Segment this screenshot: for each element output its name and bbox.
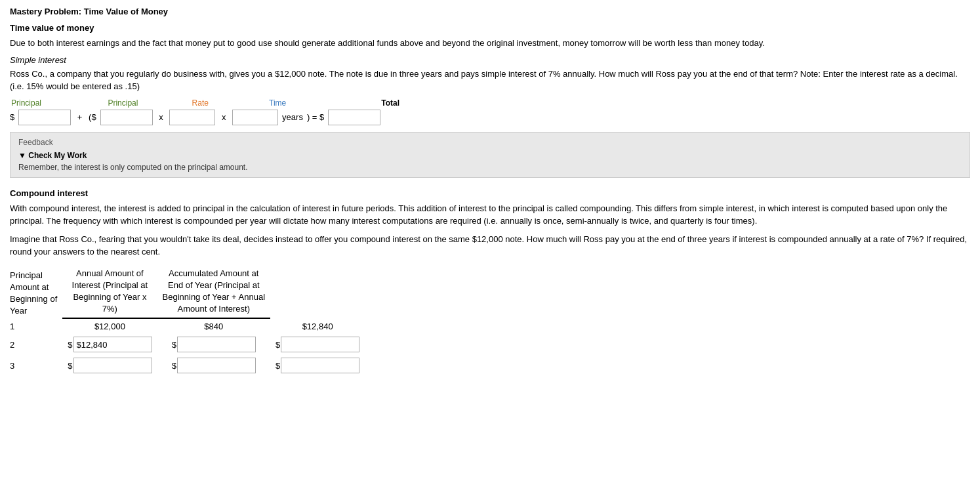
table-row: 3 $ $ $ — [10, 355, 365, 376]
feedback-hint: Remember, the interest is only computed … — [18, 163, 962, 172]
principal-label: Principal — [11, 98, 64, 108]
plus-op — [70, 98, 79, 108]
formula-input-row: $ + ($ x x years ) = $ — [10, 110, 970, 125]
principal-cell-2: $ — [62, 334, 157, 355]
principal-input[interactable] — [18, 110, 71, 125]
accumulated-input-3[interactable] — [281, 358, 359, 373]
year-cell-2: 2 — [10, 334, 62, 355]
rate-input[interactable] — [169, 110, 215, 125]
simple-interest-problem: Ross Co., a company that you regularly d… — [10, 68, 970, 93]
dollar-prefix-2c: $ — [276, 340, 280, 350]
compound-description1: With compound interest, the interest is … — [10, 202, 970, 228]
interest-input-2[interactable] — [177, 337, 256, 352]
dollar-prefix-2b: $ — [172, 340, 176, 350]
dollar-prefix-2a: $ — [68, 340, 72, 350]
close-paren: ) = $ — [307, 112, 324, 122]
rate-label: Rate — [177, 98, 223, 108]
page-title: Mastery Problem: Time Value of Money — [10, 7, 970, 16]
principal-cell-1: $12,000 — [62, 318, 157, 334]
section-title: Time value of money — [10, 23, 970, 33]
table-row: 2 $ $ $ — [10, 334, 365, 355]
section-time-value: Time value of money Due to both interest… — [10, 23, 970, 50]
dollar1: $ — [10, 112, 14, 122]
compound-interest-section: Compound interest With compound interest… — [10, 188, 970, 377]
time-input[interactable] — [232, 110, 278, 125]
simple-interest-title: Simple interest — [10, 55, 970, 65]
dollar-prefix-3b: $ — [172, 361, 176, 371]
accumulated-cell-3: $ — [270, 355, 365, 376]
total-input[interactable] — [328, 110, 380, 125]
interest-input-3[interactable] — [177, 358, 256, 373]
simple-interest-section: Simple interest Ross Co., a company that… — [10, 55, 970, 125]
feedback-box: Feedback ▼ Check My Work Remember, the i… — [10, 132, 970, 178]
principal-input-3[interactable] — [73, 358, 152, 373]
x2-op — [234, 98, 241, 108]
years-label: years — [282, 112, 303, 122]
interest-cell-3: $ — [157, 355, 271, 376]
accumulated-input-2[interactable] — [281, 337, 359, 352]
open-paren-label — [86, 98, 92, 108]
accumulated-cell-2: $ — [270, 334, 365, 355]
principal2-label: Principal — [96, 98, 149, 108]
compound-description2: Imagine that Ross Co., fearing that you … — [10, 233, 970, 259]
check-work-label: ▼ Check My Work — [18, 151, 962, 160]
plus-operator: + — [75, 112, 85, 122]
principal-input-2[interactable] — [73, 337, 152, 352]
x2-operator: x — [219, 112, 228, 122]
total-label: Total — [364, 98, 417, 108]
feedback-label: Feedback — [18, 138, 962, 147]
year-cell-3: 3 — [10, 355, 62, 376]
year-header: Principal Amount at Beginning of Year — [10, 266, 62, 319]
compound-title: Compound interest — [10, 188, 970, 198]
table-row: 1 $12,000 $840 $12,840 — [10, 318, 365, 334]
x1-op — [159, 98, 167, 108]
annual-interest-header: Annual Amount of Interest (Principal at … — [62, 266, 157, 319]
x1-operator: x — [157, 112, 166, 122]
formula-labels-row: Principal Principal Rate Time Total — [10, 98, 970, 108]
compound-table: Principal Amount at Beginning of Year An… — [10, 266, 365, 377]
interest-cell-1: $840 — [157, 318, 271, 334]
dollar-prefix-3a: $ — [68, 361, 72, 371]
section-description: Due to both interest earnings and the fa… — [10, 37, 970, 50]
principal2-input[interactable] — [100, 110, 153, 125]
principal-cell-3: $ — [62, 355, 157, 376]
year-cell-1: 1 — [10, 318, 62, 334]
accumulated-cell-1: $12,840 — [270, 318, 365, 334]
dollar-prefix-3c: $ — [276, 361, 280, 371]
time-label: Time — [251, 98, 304, 108]
interest-cell-2: $ — [157, 334, 271, 355]
table-header-row: Principal Amount at Beginning of Year An… — [10, 266, 365, 319]
accumulated-header: Accumulated Amount at End of Year (Princ… — [157, 266, 271, 319]
dollar2-prefix: ($ — [89, 112, 96, 122]
